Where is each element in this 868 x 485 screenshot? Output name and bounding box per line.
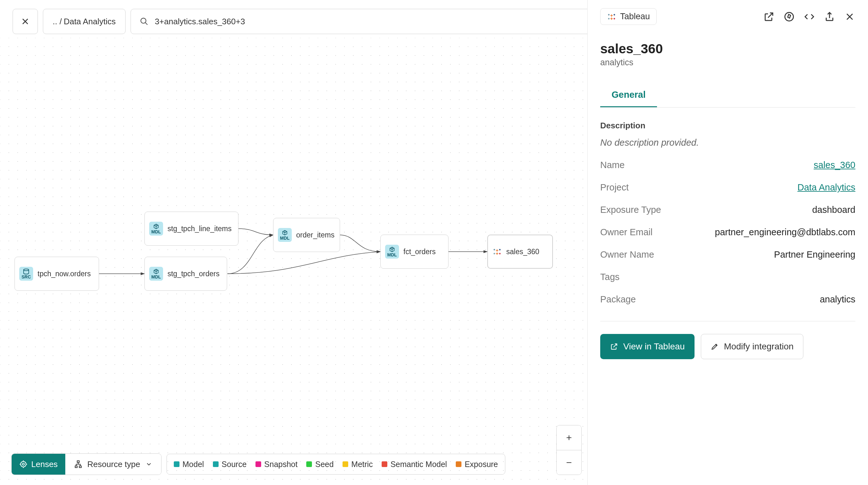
breadcrumb-prefix: .. /: [53, 17, 62, 27]
details-sidebar: Tableau sales_360 analytics General Desc…: [587, 0, 868, 485]
view-in-tableau-button[interactable]: View in Tableau: [600, 334, 694, 359]
legend-semantic-model: Semantic Model: [382, 460, 447, 469]
sidebar-button-row: View in Tableau Modify integration: [600, 321, 856, 359]
sidebar-top: Tableau: [600, 6, 856, 31]
legend-model: Model: [174, 460, 204, 469]
node-stg-orders[interactable]: MDL stg_tpch_orders: [145, 257, 227, 291]
close-sidebar-button[interactable]: [844, 11, 856, 22]
svg-point-7: [785, 12, 794, 21]
close-icon: [20, 17, 30, 27]
legend-snapshot: Snapshot: [255, 460, 298, 469]
cube-icon: MDL: [149, 222, 163, 235]
legend-exposure: Exposure: [456, 460, 498, 469]
svg-point-0: [141, 18, 146, 23]
zoom-controls: [556, 425, 582, 475]
database-icon: SRC: [19, 267, 33, 281]
description-label: Description: [600, 121, 856, 131]
tableau-chip[interactable]: Tableau: [600, 8, 657, 25]
legend: Model Source Snapshot Seed Metric Semant…: [166, 454, 505, 475]
external-link-icon: [610, 343, 618, 351]
modify-integration-button[interactable]: Modify integration: [701, 334, 803, 359]
svg-rect-4: [77, 461, 80, 462]
svg-rect-5: [75, 466, 77, 467]
compass-button[interactable]: [783, 11, 795, 22]
field-name: Name sales_360: [600, 160, 856, 170]
sidebar-tabs: General: [600, 83, 856, 107]
svg-point-2: [22, 463, 25, 465]
cube-icon: MDL: [278, 228, 292, 242]
tableau-icon: [607, 12, 616, 22]
node-label: tpch_now.orders: [37, 270, 91, 278]
node-order-items[interactable]: MDL order_items: [273, 218, 340, 252]
field-owner-email: Owner Email partner_engineering@dbtlabs.…: [600, 227, 856, 237]
name-link[interactable]: sales_360: [814, 160, 856, 170]
node-label: order_items: [296, 231, 334, 239]
pencil-icon: [711, 343, 719, 351]
breadcrumb-label: Data Analytics: [64, 17, 116, 27]
node-label: stg_tpch_orders: [167, 270, 219, 278]
field-tags: Tags: [600, 272, 856, 282]
node-src-orders[interactable]: SRC tpch_now.orders: [14, 257, 99, 291]
lenses-icon: [19, 460, 27, 468]
node-fct-orders[interactable]: MDL fct_orders: [380, 235, 448, 269]
legend-source: Source: [213, 460, 247, 469]
bottom-bar: Lenses Resource type Model Source Snapsh…: [11, 453, 505, 475]
cube-icon: MDL: [149, 267, 163, 281]
lenses-button[interactable]: Lenses: [12, 454, 65, 475]
minus-icon: [565, 458, 573, 467]
field-project: Project Data Analytics: [600, 182, 856, 193]
project-link[interactable]: Data Analytics: [797, 182, 856, 193]
sidebar-title: sales_360: [600, 41, 856, 57]
tableau-icon: [492, 247, 502, 256]
legend-metric: Metric: [343, 460, 373, 469]
chevron-down-icon: [146, 461, 152, 468]
field-exposure-type: Exposure Type dashboard: [600, 205, 856, 215]
svg-point-1: [24, 269, 29, 270]
description-value: No description provided.: [600, 137, 856, 148]
zoom-out-button[interactable]: [557, 450, 581, 475]
legend-seed: Seed: [306, 460, 333, 469]
external-link-button[interactable]: [763, 11, 775, 22]
field-owner-name: Owner Name Partner Engineering: [600, 250, 856, 260]
tab-general[interactable]: General: [600, 83, 657, 107]
cube-icon: MDL: [385, 245, 399, 259]
code-button[interactable]: [804, 11, 815, 22]
node-label: sales_360: [506, 248, 539, 256]
svg-rect-6: [79, 466, 82, 467]
sidebar-actions: [763, 11, 856, 22]
node-stg-line-items[interactable]: MDL stg_tpch_line_items: [145, 212, 239, 246]
sidebar-subtitle: analytics: [600, 58, 856, 67]
lenses-group: Lenses Resource type: [11, 453, 161, 475]
search-icon: [140, 17, 149, 26]
node-sales-360[interactable]: sales_360: [487, 235, 553, 269]
share-button[interactable]: [824, 11, 835, 22]
breadcrumb[interactable]: .. / Data Analytics: [43, 9, 126, 34]
node-label: stg_tpch_line_items: [167, 225, 231, 233]
resource-type-button[interactable]: Resource type: [65, 454, 161, 475]
plus-icon: [565, 433, 573, 442]
close-button[interactable]: [12, 9, 38, 34]
zoom-in-button[interactable]: [557, 425, 581, 450]
node-label: fct_orders: [403, 248, 436, 256]
lineage-canvas[interactable]: SRC tpch_now.orders MDL stg_tpch_line_it…: [0, 38, 587, 485]
svg-point-3: [21, 461, 26, 467]
hierarchy-icon: [74, 460, 82, 468]
field-package: Package analytics: [600, 294, 856, 304]
